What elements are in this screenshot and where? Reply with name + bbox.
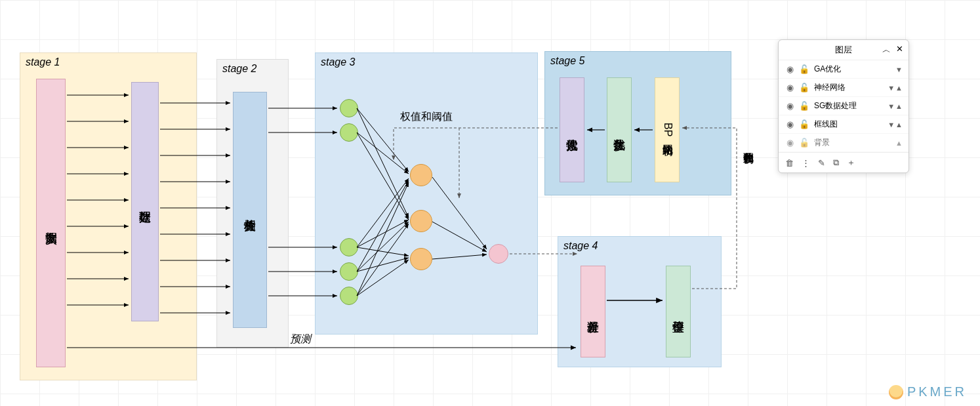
collapse-icon[interactable]: ︿ (882, 44, 891, 56)
reorder-icon[interactable]: ▲ (895, 139, 902, 147)
stage-3-label: stage 3 (321, 56, 355, 68)
copy-icon[interactable]: ⧉ (833, 157, 839, 168)
stage-5-label: stage 5 (550, 55, 584, 67)
diagram-canvas[interactable]: stage 1 stage 2 stage 3 stage 5 stage 4 … (13, 39, 767, 380)
watermark-text: PKMER (907, 384, 967, 399)
nn-hidden-3[interactable] (410, 248, 432, 270)
layers-panel-title: 图层 (835, 44, 852, 56)
stage-2-label: stage 2 (222, 63, 256, 75)
reorder-icon[interactable]: ▼ ▲ (888, 121, 902, 129)
lock-icon[interactable]: 🔓 (800, 120, 809, 129)
eye-icon[interactable]: ◉ (785, 120, 794, 129)
more-icon[interactable]: ⋮ (802, 158, 810, 168)
block-param-opt[interactable]: 参数法优化 (607, 77, 632, 182)
stage-4-label: stage 4 (563, 240, 598, 252)
layer-row[interactable]: ◉ 🔓 框线图 ▼ ▲ (779, 115, 909, 134)
block-model-eval[interactable]: 模型评价 (666, 266, 691, 357)
layer-row[interactable]: ◉ 🔓 SG数据处理 ▼ ▲ (779, 97, 909, 115)
layers-panel-header[interactable]: 图层 ︿ ✕ (779, 40, 909, 60)
block-bp-init[interactable]: BP网络初始化 (655, 77, 680, 182)
layer-name: 神经网络 (814, 82, 882, 93)
nn-hidden-1[interactable] (410, 164, 432, 186)
lock-icon[interactable]: 🔓 (800, 83, 809, 92)
reorder-icon[interactable]: ▼ ▲ (888, 84, 902, 92)
block-data-proc[interactable]: 数据处理 (131, 82, 159, 321)
lock-icon[interactable]: 🔓 (800, 102, 809, 111)
delete-icon[interactable]: 🗑 (785, 158, 794, 168)
block-corr-analysis[interactable]: 相关性分析 (233, 92, 267, 328)
block-bp-init-label: BP网络初始化 (661, 123, 674, 136)
eye-icon[interactable]: ◉ (785, 83, 794, 92)
eye-icon[interactable]: ◉ (785, 102, 794, 111)
layer-row[interactable]: ◉ 🔓 背景 ▲ (779, 134, 909, 152)
block-raw-data[interactable]: 实测数据 (36, 79, 66, 367)
eye-icon[interactable]: ◉ (785, 138, 794, 148)
layers-list: ◉ 🔓 GA优化 ▼ ◉ 🔓 神经网络 ▼ ▲ ◉ 🔓 SG数据处理 ▼ ▲ ◉… (779, 60, 909, 152)
add-icon[interactable]: ＋ (847, 157, 855, 169)
block-error-analysis[interactable]: 误差分析 (581, 266, 605, 357)
watermark-logo-icon (889, 385, 903, 399)
nn-output[interactable] (489, 244, 508, 264)
block-iter-search[interactable]: 迭代搜索 (560, 77, 584, 182)
reorder-icon[interactable]: ▼ (895, 66, 902, 73)
edit-icon[interactable]: ✎ (818, 158, 825, 168)
layers-panel[interactable]: 图层 ︿ ✕ ◉ 🔓 GA优化 ▼ ◉ 🔓 神经网络 ▼ ▲ ◉ 🔓 SG数据处… (778, 39, 909, 173)
layer-row[interactable]: ◉ 🔓 GA优化 ▼ (779, 60, 909, 79)
nn-input-5[interactable] (340, 287, 358, 305)
layers-toolbar: 🗑 ⋮ ✎ ⧉ ＋ (779, 152, 909, 173)
watermark: PKMER (889, 384, 967, 399)
label-weights: 权值和阈值 (400, 110, 453, 124)
close-icon[interactable]: ✕ (896, 44, 903, 56)
layer-name: 框线图 (814, 119, 882, 130)
layer-row[interactable]: ◉ 🔓 神经网络 ▼ ▲ (779, 79, 909, 97)
lock-icon[interactable]: 🔓 (800, 138, 809, 148)
nn-input-4[interactable] (340, 262, 358, 281)
nn-input-3[interactable] (340, 238, 358, 256)
reorder-icon[interactable]: ▼ ▲ (888, 102, 902, 110)
lock-icon[interactable]: 🔓 (800, 65, 809, 74)
eye-icon[interactable]: ◉ (785, 65, 794, 74)
nn-input-1[interactable] (340, 99, 358, 117)
stage-1-label: stage 1 (26, 56, 60, 68)
nn-hidden-2[interactable] (410, 210, 432, 232)
label-predict: 预测 (290, 333, 311, 346)
layer-name: 背景 (814, 137, 890, 148)
layer-name: GA优化 (814, 64, 890, 75)
layer-name: SG数据处理 (814, 100, 882, 112)
nn-input-2[interactable] (340, 123, 358, 142)
